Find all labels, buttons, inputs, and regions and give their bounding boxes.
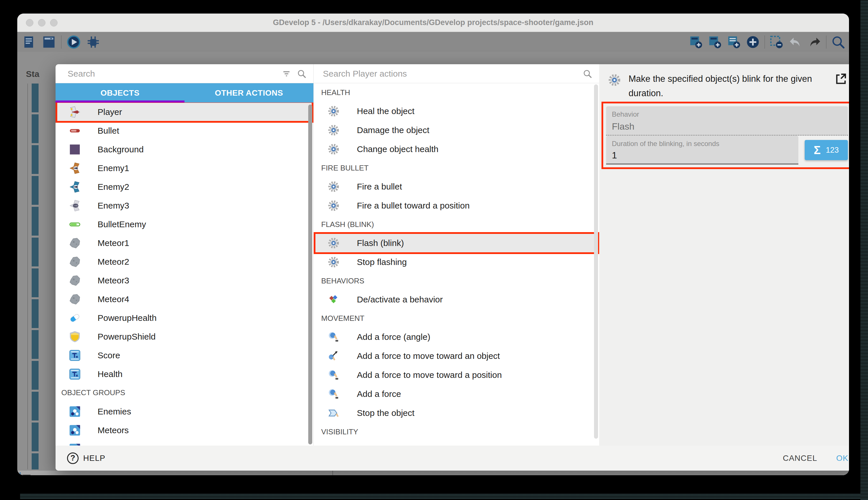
list-item[interactable]: Add a force [314,385,599,404]
objects-list: Player Bullet Background Enemy1 [56,103,314,445]
actions-search-input[interactable] [322,69,577,79]
project-manager-icon[interactable] [22,35,37,49]
list-item[interactable]: Stop the object [314,404,599,422]
list-item[interactable]: FLASH (BLINK) [314,215,599,234]
meteor-icon [68,237,81,250]
list-item[interactable]: Add a force (angle) [314,328,599,346]
list-item-label: Meteor2 [97,257,129,267]
list-item[interactable]: Damage the object [314,121,599,140]
list-item[interactable]: Player [56,103,314,121]
list-item[interactable]: Add a force to move toward an object [314,346,599,365]
player-ship-icon [68,105,81,119]
search-icon[interactable] [831,35,846,49]
objects-panel: OBJECTS OTHER ACTIONS Player Bullet [56,64,314,445]
list-item[interactable]: Meteors [56,421,314,440]
enemy2-ship-icon [68,180,81,194]
force-icon [328,388,340,400]
group-icon [68,424,81,437]
search-icon[interactable] [583,69,592,79]
cancel-button[interactable]: CANCEL [783,454,817,463]
gear-icon [328,200,340,212]
list-item[interactable]: Enemy3 [56,196,314,215]
actions-list-scrollbar[interactable] [594,84,598,439]
action-text-segment: 200 [581,475,595,475]
open-in-new-icon[interactable] [834,72,847,86]
debugger-icon[interactable] [86,35,101,49]
duration-input[interactable] [612,150,793,161]
add-subevent-icon[interactable] [707,35,723,49]
play-icon[interactable] [66,35,81,49]
list-item[interactable]: Health [56,365,314,383]
list-item[interactable]: De/activate a behavior [314,290,599,309]
add-event-icon[interactable] [689,35,703,49]
remove-event-icon[interactable] [769,35,784,49]
list-item[interactable]: Meteor2 [56,252,314,271]
tab-other-actions[interactable]: OTHER ACTIONS [185,83,314,103]
list-item[interactable]: Meteor1 [56,234,314,252]
filter-icon[interactable] [282,69,292,79]
tab-objects[interactable]: OBJECTS [56,83,185,103]
behavior-field-label: Behavior [612,110,842,118]
list-item[interactable]: Flash (blink) [314,234,599,253]
list-item[interactable]: Bullet [56,121,314,140]
list-item-label: Enemies [97,407,131,417]
list-item[interactable]: Enemy1 [56,159,314,178]
list-item[interactable]: Enemies [56,402,314,421]
list-item-label: Meteor3 [97,276,129,285]
gear-icon [328,256,340,268]
list-item[interactable]: Score [56,346,314,365]
event-condition-text: The X position of Enemies ≤ CameraX()+45… [22,475,196,475]
objects-tabbar: OBJECTS OTHER ACTIONS [56,83,314,103]
list-item-label: BEHAVIORS [321,276,364,285]
gear-icon [328,237,340,249]
event-sheet-row: The X position of Enemies ≤ CameraX()+45… [17,470,849,475]
parameters-annotation-box: Behavior Flash Duration of the blinking,… [601,102,849,169]
list-item[interactable]: Fire a bullet toward a position [314,196,599,215]
objects-list-scrollbar[interactable] [308,104,312,444]
list-item[interactable]: BulletEnemy [56,215,314,234]
desktop-wallpaper-edge [860,0,868,500]
list-item[interactable]: HEALTH [314,83,599,102]
list-item[interactable]: Enemy2 [56,178,314,196]
gear-icon [608,73,621,87]
list-item[interactable]: Stop flashing [314,253,599,272]
list-item[interactable]: Heal the object [314,102,599,121]
list-item[interactable]: Background [56,140,314,159]
behavior-field[interactable]: Behavior Flash [606,106,848,136]
behavior-field-value: Flash [612,121,842,132]
expression-editor-button[interactable]: Σ 123 [805,140,848,160]
list-item[interactable]: PowerupShield [56,327,314,346]
undo-icon[interactable] [788,35,803,49]
add-comment-icon[interactable] [726,35,741,49]
list-item[interactable]: Meteor4 [56,290,314,308]
objects-search-input[interactable] [67,69,277,79]
search-icon[interactable] [297,69,306,79]
active-tab-underline [56,101,185,103]
help-button-label: HELP [83,454,105,463]
condition-column-border [20,472,21,475]
shield-icon [68,330,81,343]
list-item[interactable]: OBJECT GROUPS [56,383,314,402]
add-new-icon[interactable] [746,35,760,49]
condition-action-divider [332,470,333,475]
list-item[interactable]: Hide [314,441,599,445]
duration-field[interactable]: Duration of the blinking, in seconds [606,136,798,164]
condition-text-segment: Enemies [96,475,129,475]
list-item[interactable]: VISIBILITY [314,422,599,441]
list-item-label: Fire a bullet toward a position [357,201,470,211]
help-button[interactable]: ? HELP [67,453,105,464]
ok-button[interactable]: OK [836,454,848,463]
list-item[interactable]: FIRE BULLET [314,159,599,177]
list-item[interactable]: Meteor3 [56,271,314,290]
redo-icon[interactable] [807,35,822,49]
list-item[interactable]: BEHAVIORS [314,272,599,290]
list-item[interactable]: MOVEMENT [314,309,599,328]
toolbar-divider [826,35,826,49]
list-item[interactable]: Fire a bullet [314,177,599,196]
list-item[interactable]: PowerupHealth [56,308,314,327]
list-item[interactable]: Change object health [314,140,599,159]
scene-editor-icon[interactable] [42,35,56,49]
list-item[interactable]: Powerups [56,440,314,445]
list-item[interactable]: Add a force to move toward a position [314,365,599,385]
group-icon [68,442,81,446]
